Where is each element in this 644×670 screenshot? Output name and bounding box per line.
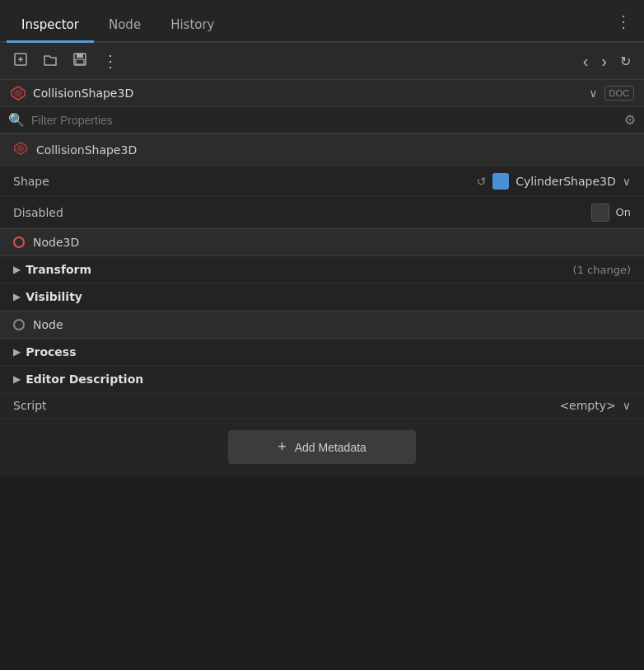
- script-dropdown-arrow[interactable]: ∨: [623, 399, 631, 412]
- svg-rect-5: [76, 59, 84, 64]
- transform-group-meta: (1 change): [573, 264, 631, 276]
- svg-marker-9: [17, 145, 25, 152]
- tab-bar-menu-button[interactable]: ⋮: [610, 8, 637, 35]
- add-metadata-button[interactable]: + Add Metadata: [228, 430, 416, 464]
- shape-dropdown-arrow[interactable]: ∨: [623, 175, 631, 188]
- tab-inspector[interactable]: Inspector: [7, 11, 94, 43]
- forward-button[interactable]: ›: [596, 49, 612, 74]
- editor-description-group-label: Editor Description: [26, 372, 143, 386]
- disabled-property-row: Disabled On: [0, 197, 644, 228]
- script-label: Script: [13, 399, 96, 412]
- filter-settings-icon[interactable]: ⚙: [624, 112, 636, 128]
- process-chevron-icon: ▶: [13, 346, 21, 358]
- tab-bar: Inspector Node History ⋮: [0, 0, 644, 43]
- script-value: <empty>: [559, 399, 615, 412]
- visibility-chevron-icon: ▶: [13, 291, 21, 302]
- collision-shape3d-section-header: CollisionShape3D: [0, 134, 644, 166]
- more-button[interactable]: ⋮: [97, 48, 124, 74]
- back-button[interactable]: ‹: [578, 49, 594, 74]
- script-row: Script <empty> ∨: [0, 393, 644, 419]
- cylinder-shape-icon: [492, 173, 509, 190]
- node-section-label: Node: [33, 318, 63, 331]
- svg-marker-7: [14, 89, 22, 97]
- node3d-section-header: Node3D: [0, 228, 644, 256]
- node-selector: CollisionShape3D ∨ DOC: [0, 80, 644, 107]
- shape-label: Shape: [13, 175, 112, 188]
- shape-reset-icon[interactable]: ↺: [477, 175, 487, 188]
- open-icon: [43, 52, 58, 67]
- doc-button[interactable]: DOC: [604, 86, 634, 101]
- search-icon: 🔍: [8, 112, 25, 128]
- disabled-on-label: On: [616, 206, 631, 218]
- transform-group-label: Transform: [26, 263, 91, 276]
- filter-row: 🔍 ⚙: [0, 107, 644, 134]
- tab-history[interactable]: History: [156, 11, 229, 43]
- collision-shape-icon: [10, 85, 26, 101]
- svg-rect-4: [77, 54, 83, 58]
- disabled-toggle[interactable]: [591, 204, 609, 222]
- node3d-section-label: Node3D: [33, 236, 79, 249]
- save-button[interactable]: [68, 49, 92, 73]
- save-icon: [72, 52, 87, 67]
- visibility-group-label: Visibility: [26, 290, 82, 303]
- filter-input[interactable]: [31, 114, 618, 127]
- shape-property-row: Shape ↺ CylinderShape3D ∨: [0, 166, 644, 197]
- new-icon: [13, 52, 28, 67]
- shape-value: CylinderShape3D: [516, 175, 616, 188]
- process-group-label: Process: [26, 345, 76, 358]
- node-dropdown-arrow[interactable]: ∨: [589, 87, 597, 100]
- new-scene-button[interactable]: [8, 49, 33, 73]
- editor-description-chevron-icon: ▶: [13, 373, 21, 385]
- process-group-row[interactable]: ▶ Process: [0, 339, 644, 366]
- node-section-header: Node: [0, 311, 644, 339]
- tab-node[interactable]: Node: [94, 11, 156, 43]
- inspector-content: CollisionShape3D Shape ↺ CylinderShape3D…: [0, 134, 644, 476]
- add-metadata-label: Add Metadata: [295, 441, 366, 454]
- node-name-label: CollisionShape3D: [33, 87, 582, 100]
- transform-chevron-icon: ▶: [13, 264, 21, 275]
- node3d-section-icon: [13, 237, 25, 248]
- collision-shape3d-section-icon: [13, 141, 28, 158]
- collision-shape3d-section-label: CollisionShape3D: [36, 143, 137, 157]
- add-metadata-row: + Add Metadata: [0, 419, 644, 476]
- visibility-group-row[interactable]: ▶ Visibility: [0, 283, 644, 311]
- transform-group-row[interactable]: ▶ Transform (1 change): [0, 256, 644, 283]
- open-button[interactable]: [38, 49, 63, 73]
- node-section-icon: [13, 319, 25, 330]
- disabled-label: Disabled: [13, 206, 112, 219]
- editor-description-group-row[interactable]: ▶ Editor Description: [0, 366, 644, 393]
- add-metadata-plus-icon: +: [278, 438, 287, 456]
- toolbar: ⋮ ‹ › ↻: [0, 43, 644, 80]
- sync-button[interactable]: ↻: [615, 50, 636, 73]
